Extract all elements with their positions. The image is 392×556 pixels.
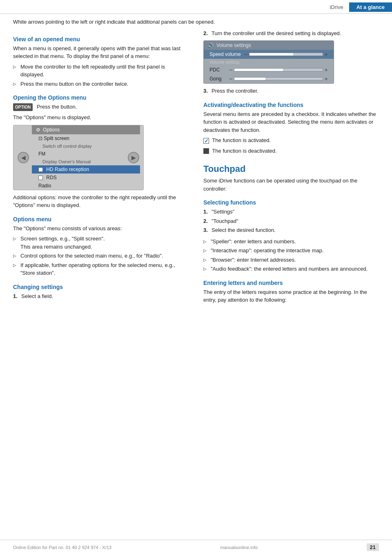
left-column: View of an opened menu When a menu is op… (13, 29, 200, 307)
option-button-image: OPTION (13, 103, 33, 111)
nav-circle-right: ▶ (128, 152, 139, 163)
selecting-functions-heading: Selecting functions (203, 199, 379, 206)
menu-title-text: Options (43, 127, 60, 133)
footer-logo: manualsonline.info (220, 545, 258, 550)
bullet-item: Screen settings, e.g., "Split screen".Th… (13, 235, 189, 251)
page-footer: Online Edition for Part no. 01 40 2 924 … (0, 540, 392, 551)
page-number: 21 (367, 543, 379, 551)
main-content: View of an opened menu When a menu is op… (0, 29, 392, 307)
menu-item-radio: Radio (32, 182, 140, 190)
step-3-item: 3. Press the controller. (203, 87, 379, 95)
options-menu-screenshot: ◀ ⚙ Options ⊡ Split screen Switch off co… (13, 125, 144, 190)
split-screen-icon: ⊡ (38, 136, 42, 141)
opening-options-menu-section: Opening the Options menu OPTION Press th… (13, 94, 189, 209)
gong-bar (234, 78, 265, 80)
entering-letters-heading: Entering letters and numbers (203, 280, 379, 286)
opening-options-menu-press: OPTION Press the button. (13, 103, 189, 111)
step-item: 2. "Touchpad" (203, 217, 379, 225)
activated-checkbox-icon (203, 138, 209, 144)
volume-title-text: Volume settings (216, 42, 251, 48)
speed-volume-bar (249, 53, 293, 56)
entering-letters-para: The entry of the letters requires some p… (203, 288, 379, 304)
volume-icon: 🔊 (208, 42, 214, 48)
bullet-item: Press the menu button on the controller … (13, 80, 189, 88)
activating-deactivating-heading: Activating/deactivating the functions (203, 102, 379, 108)
changing-settings-steps: 1. Select a field. (13, 292, 189, 300)
deactivated-checkbox-icon (203, 148, 209, 154)
bullet-item: "Speller": enter letters and numbers. (203, 238, 379, 246)
menu-item-split-screen: ⊡ Split screen (32, 134, 140, 142)
volume-title-bar: 🔊 Volume settings (204, 41, 334, 50)
options-displayed-text: The "Options" menu is displayed. (13, 113, 189, 122)
selecting-functions-section: Selecting functions 1. "Settings" 2. "To… (203, 199, 379, 273)
deactivated-text: The function is deactivated. (203, 147, 379, 155)
view-opened-menu-bullets: Move the controller to the left repeated… (13, 63, 189, 88)
bullet-item: "Audio feedback": the entered letters an… (203, 265, 379, 273)
footer-text: Online Edition for Part no. 01 40 2 924 … (13, 545, 111, 550)
view-opened-menu-para: When a menu is opened, it generally open… (13, 44, 189, 60)
volume-settings-screenshot: 🔊 Volume settings Speed volume − + Volum… (203, 40, 334, 84)
header-at-a-glance-label: At a glance (349, 2, 392, 12)
volume-setting-label: Volume setting: (204, 59, 334, 65)
opening-options-menu-heading: Opening the Options menu (13, 94, 189, 101)
menu-item-rds: RDS (32, 173, 140, 182)
right-column: 2. Turn the controller until the desired… (200, 29, 379, 307)
pdc-bar (234, 69, 283, 71)
changing-settings-heading: Changing settings (13, 284, 189, 290)
step-2-item: 2. Turn the controller until the desired… (203, 29, 379, 38)
menu-item-switch-off: Switch off control display (32, 142, 140, 150)
header-idrive-label: iDrive (324, 2, 349, 12)
bullet-item: Move the controller to the left repeated… (13, 63, 189, 79)
options-menu-heading: Options menu (13, 216, 189, 222)
bullet-item: "Interactive map": operating the interac… (203, 247, 379, 255)
view-opened-menu-heading: View of an opened menu (13, 36, 189, 42)
volume-item-gong: Gong − + (204, 74, 334, 83)
options-menu-section: Options menu The "Options" menu consists… (13, 216, 189, 277)
step-item: 1. Select a field. (13, 292, 189, 300)
changing-settings-section: Changing settings 1. Select a field. (13, 284, 189, 300)
step3-list: 3. Press the controller. (203, 87, 379, 95)
menu-item-hd-radio: HD Radio reception (32, 165, 140, 173)
volume-item-speed: Speed volume − + (204, 50, 334, 59)
gear-icon: ⚙ (36, 127, 40, 133)
selecting-functions-bullets: "Speller": enter letters and numbers. "I… (203, 238, 379, 273)
page-header: iDrive At a glance (0, 0, 392, 14)
activated-text: The function is activated. (203, 136, 379, 145)
bullet-item: "Browser": enter Internet addresses. (203, 256, 379, 264)
view-opened-menu-section: View of an opened menu When a menu is op… (13, 36, 189, 88)
step2-list: 2. Turn the controller until the desired… (203, 29, 379, 38)
activating-deactivating-section: Activating/deactivating the functions Se… (203, 102, 379, 155)
entering-letters-section: Entering letters and numbers The entry o… (203, 280, 379, 304)
menu-item-fm: FM (32, 150, 140, 158)
activating-deactivating-para: Several menu items are preceded by a che… (203, 110, 379, 134)
bullet-item: Control options for the selected main me… (13, 252, 189, 260)
touchpad-para: Some iDrive functions can be operated us… (203, 177, 379, 193)
touchpad-section: Touchpad Some iDrive functions can be op… (203, 164, 379, 304)
menu-item-owners-manual: Display Owner's Manual (32, 158, 140, 165)
selecting-functions-steps: 1. "Settings" 2. "Touchpad" 3. Select th… (203, 208, 379, 234)
bullet-item: If applicable, further operating options… (13, 261, 189, 277)
hd-radio-checkbox (38, 167, 43, 172)
touchpad-heading: Touchpad (203, 164, 379, 174)
volume-item-pdc: PDC − + (204, 65, 334, 74)
menu-title-bar: ⚙ Options (32, 125, 140, 134)
additional-options-text: Additional options: move the controller … (13, 193, 189, 209)
step-item: 1. "Settings" (203, 208, 379, 216)
rds-checkbox (38, 176, 43, 180)
intro-paragraph: White arrows pointing to the left or rig… (0, 18, 392, 26)
options-menu-para: The "Options" menu consists of various a… (13, 225, 189, 233)
step-item: 3. Select the desired function. (203, 226, 379, 234)
options-menu-bullets: Screen settings, e.g., "Split screen".Th… (13, 235, 189, 277)
nav-circle-left: ◀ (18, 152, 29, 163)
